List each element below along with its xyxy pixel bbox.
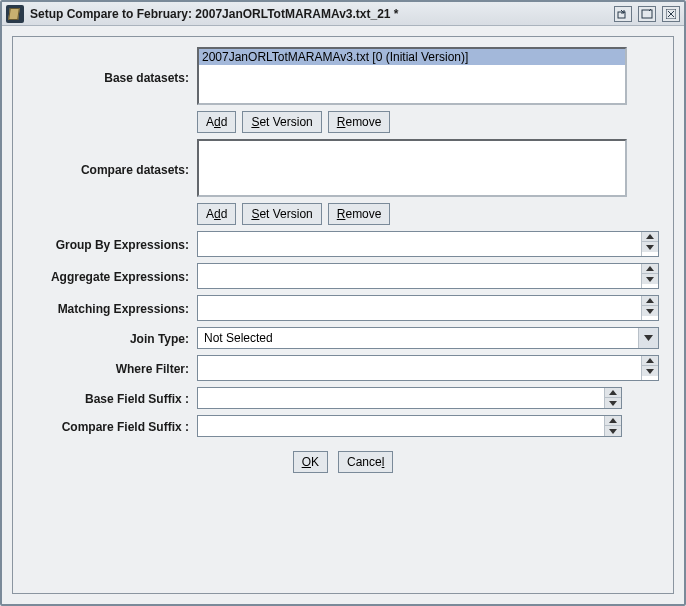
svg-rect-1: [642, 10, 652, 18]
spin-up-button[interactable]: [642, 356, 658, 366]
group-by-field: [197, 231, 659, 257]
base-suffix-field: [197, 387, 622, 409]
compare-suffix-label: Compare Field Suffix :: [27, 418, 197, 434]
compare-suffix-input[interactable]: [198, 416, 604, 436]
compare-suffix-field: [197, 415, 622, 437]
app-icon: [6, 5, 24, 23]
spin-up-button[interactable]: [642, 296, 658, 306]
base-suffix-label: Base Field Suffix :: [27, 390, 197, 406]
compare-datasets-label: Compare datasets:: [27, 139, 197, 177]
where-filter-input[interactable]: [198, 356, 641, 380]
compare-add-button[interactable]: Add: [197, 203, 236, 225]
list-item[interactable]: 2007JanORLTotMARAMAv3.txt [0 (Initial Ve…: [199, 49, 625, 65]
aggregate-field: [197, 263, 659, 289]
base-add-button[interactable]: Add: [197, 111, 236, 133]
base-datasets-label: Base datasets:: [27, 47, 197, 85]
aggregate-label: Aggregate Expressions:: [27, 268, 197, 284]
aggregate-input[interactable]: [198, 264, 641, 288]
window-restore-button[interactable]: [614, 6, 632, 22]
window-controls: [614, 6, 680, 22]
spin-down-button[interactable]: [642, 274, 658, 284]
spin-down-button[interactable]: [642, 366, 658, 376]
spin-down-button[interactable]: [605, 426, 621, 436]
where-filter-label: Where Filter:: [27, 360, 197, 376]
chevron-down-icon[interactable]: [638, 328, 658, 348]
where-filter-field: [197, 355, 659, 381]
spin-down-button[interactable]: [642, 306, 658, 316]
matching-label: Matching Expressions:: [27, 300, 197, 316]
compare-set-version-button[interactable]: Set Version: [242, 203, 321, 225]
base-suffix-input[interactable]: [198, 388, 604, 408]
base-datasets-listbox[interactable]: 2007JanORLTotMARAMAv3.txt [0 (Initial Ve…: [197, 47, 627, 105]
dialog-window: Setup Compare to February: 2007JanORLTot…: [0, 0, 686, 606]
spin-up-button[interactable]: [605, 388, 621, 398]
join-type-combo[interactable]: Not Selected: [197, 327, 659, 349]
ok-button[interactable]: OK: [293, 451, 328, 473]
base-remove-button[interactable]: Remove: [328, 111, 391, 133]
base-set-version-button[interactable]: Set Version: [242, 111, 321, 133]
window-title: Setup Compare to February: 2007JanORLTot…: [30, 7, 614, 21]
group-by-input[interactable]: [198, 232, 641, 256]
window-maximize-button[interactable]: [638, 6, 656, 22]
window-close-button[interactable]: [662, 6, 680, 22]
spin-up-button[interactable]: [642, 264, 658, 274]
matching-field: [197, 295, 659, 321]
compare-remove-button[interactable]: Remove: [328, 203, 391, 225]
matching-input[interactable]: [198, 296, 641, 320]
join-type-value: Not Selected: [198, 328, 638, 348]
spin-up-button[interactable]: [605, 416, 621, 426]
join-type-label: Join Type:: [27, 330, 197, 346]
spin-down-button[interactable]: [642, 242, 658, 252]
compare-datasets-listbox[interactable]: [197, 139, 627, 197]
titlebar: Setup Compare to February: 2007JanORLTot…: [2, 2, 684, 26]
group-by-label: Group By Expressions:: [27, 236, 197, 252]
spin-up-button[interactable]: [642, 232, 658, 242]
cancel-button[interactable]: Cancel: [338, 451, 393, 473]
spin-down-button[interactable]: [605, 398, 621, 408]
